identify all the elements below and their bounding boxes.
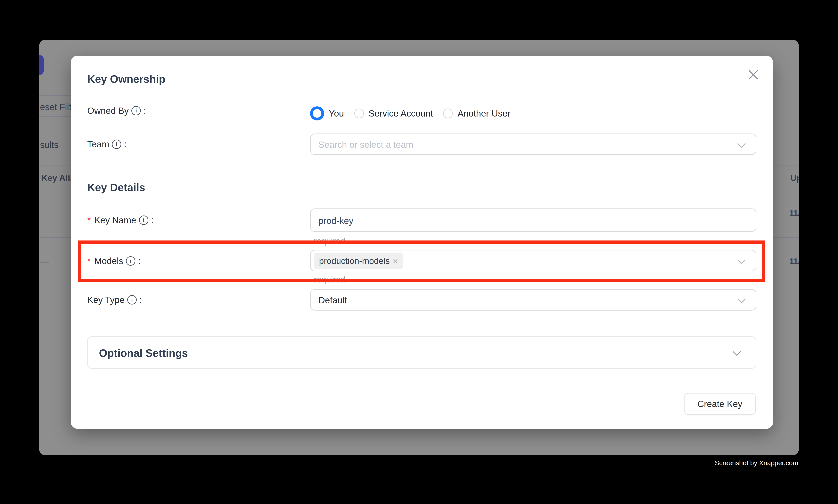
team-select[interactable]: Search or select a team: [310, 133, 756, 155]
radio-unselected-icon[interactable]: [443, 109, 453, 118]
annotation-highlight-box: [78, 240, 765, 282]
table-header-updated: Up: [790, 173, 799, 183]
required-mark: *: [87, 215, 91, 226]
key-type-value: Default: [318, 295, 347, 305]
create-key-button-fragment: [39, 55, 44, 75]
team-select-placeholder: Search or select a team: [318, 139, 413, 150]
key-details-title: Key Details: [87, 181, 145, 194]
close-icon[interactable]: [748, 69, 759, 80]
radio-service-account[interactable]: Service Account: [354, 108, 433, 119]
team-label: Teami:: [87, 139, 126, 149]
radio-unselected-icon[interactable]: [354, 109, 364, 118]
optional-settings-label: Optional Settings: [99, 347, 188, 359]
reset-filters-button-fragment[interactable]: eset Filt: [40, 102, 71, 112]
key-name-input[interactable]: prod-key: [310, 209, 756, 232]
info-icon[interactable]: i: [127, 295, 137, 305]
chevron-down-icon[interactable]: [737, 295, 746, 303]
table-row-cell: —: [40, 257, 49, 267]
owned-by-label: Owned Byi:: [87, 105, 146, 116]
radio-you[interactable]: You: [310, 106, 344, 121]
radio-selected-icon[interactable]: [310, 106, 324, 121]
create-key-button[interactable]: Create Key: [684, 393, 756, 415]
key-name-value: prod-key: [318, 216, 353, 226]
chevron-down-icon[interactable]: [737, 140, 746, 148]
table-row-date: 11/: [789, 208, 799, 218]
optional-settings-panel[interactable]: Optional Settings: [87, 336, 756, 369]
chevron-down-icon[interactable]: [733, 348, 741, 356]
table-row-date: 11/: [789, 257, 799, 266]
info-icon[interactable]: i: [131, 106, 141, 115]
info-icon[interactable]: i: [139, 216, 148, 225]
radio-another-user[interactable]: Another User: [443, 108, 511, 119]
watermark: Screenshot by Xnapper.com: [715, 459, 798, 467]
key-name-label: *Key Namei:: [87, 215, 154, 226]
key-type-label: Key Typei:: [87, 294, 142, 305]
key-type-select[interactable]: Default: [310, 289, 756, 310]
modal-title: Key Ownership: [87, 73, 165, 85]
info-icon[interactable]: i: [112, 140, 121, 149]
results-count-fragment: sults: [40, 140, 58, 150]
owned-by-radio-group: You Service Account Another User: [310, 106, 511, 121]
table-row-cell: —: [40, 208, 49, 218]
table-header-key-alias: Key Alia: [41, 173, 75, 183]
